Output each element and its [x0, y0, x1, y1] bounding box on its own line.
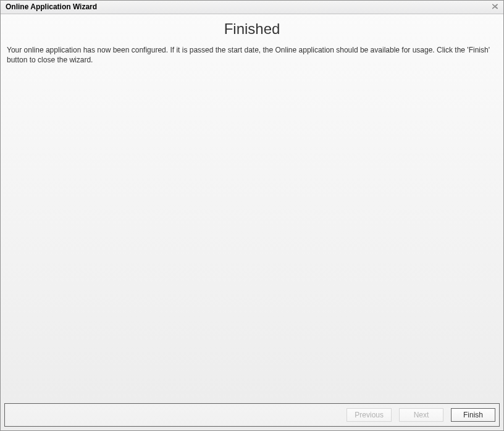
titlebar: Online Application Wizard [1, 1, 503, 14]
wizard-window: Online Application Wizard Finished Your … [0, 0, 504, 431]
page-heading: Finished [7, 20, 497, 38]
content-area: Finished Your online application has now… [1, 14, 503, 403]
finish-button[interactable]: Finish [451, 408, 495, 422]
window-title: Online Application Wizard [6, 3, 97, 10]
page-description: Your online application has now been con… [7, 45, 497, 65]
footer-bar: Previous Next Finish [4, 403, 500, 427]
previous-button: Previous [346, 408, 392, 422]
next-button: Next [399, 408, 443, 422]
close-icon[interactable] [490, 2, 500, 11]
